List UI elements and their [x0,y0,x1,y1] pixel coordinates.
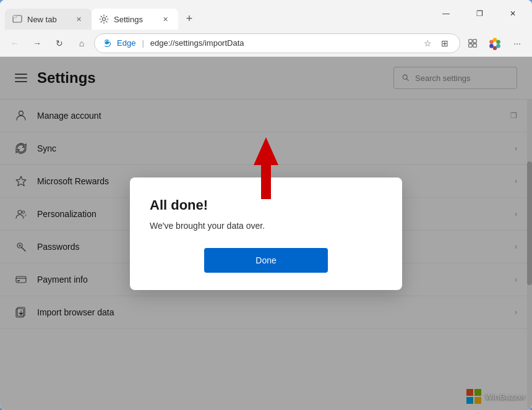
svg-point-10 [489,44,494,48]
edge-rewards-button[interactable] [485,33,505,53]
settings-tab-label: Settings [114,15,155,24]
settings-tab-close-button[interactable]: ✕ [160,14,171,25]
url-box[interactable]: Edge | edge://settings/importData ☆ ⊞ [94,33,460,53]
collections-icon[interactable]: ⊞ [437,36,452,51]
svg-rect-1 [13,15,17,18]
close-button[interactable]: ✕ [499,4,527,23]
newtab-icon [12,14,22,24]
browser-window: New tab ✕ Settings ✕ + — ❐ ✕ [0,0,532,410]
maximize-button[interactable]: ❐ [465,4,494,23]
tab-settings[interactable]: Settings ✕ [92,9,178,30]
url-separator: | [142,38,144,48]
tab-area: New tab ✕ Settings ✕ + [5,0,429,30]
svg-rect-3 [469,39,472,42]
url-text: edge://settings/importData [150,38,244,48]
svg-rect-6 [473,43,476,46]
back-button[interactable]: ← [5,33,25,53]
url-icons: ☆ ⊞ [420,36,452,51]
svg-marker-24 [254,137,278,199]
svg-rect-5 [469,43,472,46]
svg-rect-4 [473,39,476,42]
home-button[interactable]: ⌂ [72,33,92,53]
collections-toolbar-button[interactable] [463,33,483,53]
new-tab-button[interactable]: + [181,10,198,27]
content-area: Settings Search settings [0,57,532,410]
svg-point-11 [493,46,497,50]
newtab-close-button[interactable]: ✕ [73,14,84,25]
title-bar: New tab ✕ Settings ✕ + — ❐ ✕ [0,0,532,30]
minimize-button[interactable]: — [432,4,460,23]
modal-message: We've brought your data over. [150,221,382,231]
modal-overlay: All done! We've brought your data over. … [0,57,532,410]
modal-done-button[interactable]: Done [204,248,328,273]
svg-point-7 [489,40,494,44]
edge-logo-icon [102,38,112,48]
settings-tab-icon [99,14,109,24]
svg-point-8 [493,38,497,42]
address-bar: ← → ↻ ⌂ Edge | edge://settings/importDat… [0,30,532,57]
red-arrow-icon [247,137,285,199]
tab-newtab[interactable]: New tab ✕ [5,9,92,30]
svg-point-12 [496,44,500,48]
favorites-icon[interactable]: ☆ [420,36,435,51]
menu-button[interactable]: ··· [507,33,527,53]
forward-button[interactable]: → [27,33,47,53]
toolbar-icons: ··· [463,33,527,53]
url-brand-label: Edge [117,38,135,48]
modal-title: All done! [150,197,382,213]
svg-point-2 [103,18,106,21]
refresh-button[interactable]: ↻ [49,33,69,53]
window-controls: — ❐ ✕ [432,4,527,26]
newtab-label: New tab [27,15,68,24]
svg-point-9 [496,40,500,44]
